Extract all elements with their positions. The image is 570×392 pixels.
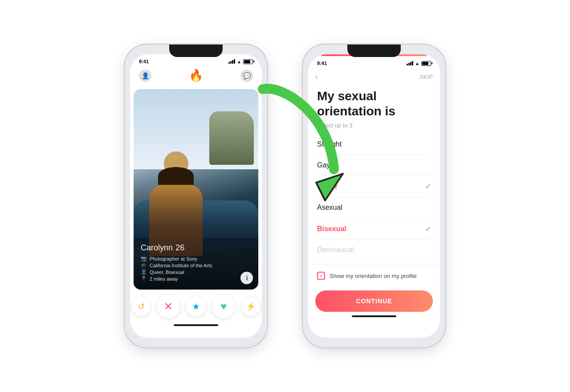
card-job: 📷 Photographer at Sony [141,256,251,261]
card-distance: 📍 2 miles away [141,276,251,282]
right-phone: 9:41 ▲ ‹ SKI [303,45,445,347]
like-button[interactable]: ♥ [212,295,235,318]
skip-button[interactable]: SKIP [419,74,433,80]
status-time-left: 9:41 [139,59,149,64]
select-hint: Select up to 3 [308,120,440,134]
orientation-list: Straight Gay Queer ✓ Asexual Bisexual ✓ [308,134,440,261]
show-profile-row[interactable]: ✓ Show my orientation on my profile [308,264,440,287]
continue-button[interactable]: CONTINUE [315,290,433,312]
right-phone-screen: 9:41 ▲ ‹ SKI [308,54,440,338]
superlike-button[interactable]: ★ [186,297,206,316]
wifi-icon-right: ▲ [415,61,419,66]
option-gay: Gay [317,161,330,169]
continue-label: CONTINUE [356,298,392,305]
battery-icon [243,59,253,64]
rewind-button[interactable]: ↺ [132,297,151,316]
orientation-header: ‹ SKIP [308,69,440,85]
option-demisexual: Demisexual [317,246,354,254]
option-bisexual: Bisexual [317,225,346,233]
option-queer: Queer [317,183,338,191]
list-item[interactable]: Gay [317,155,431,176]
option-straight: Straight [317,140,342,148]
profile-icon[interactable]: 👤 [139,69,151,82]
signal-icon [228,59,235,64]
tinder-header: 👤 🔥 💬 [130,67,262,86]
list-item[interactable]: Bisexual ✓ [317,218,431,240]
card-info-button[interactable]: ℹ [240,272,253,284]
card-school: 🎓 California Institute of the Arts [141,262,251,268]
profile-card[interactable]: Carolynn 26 📷 Photographer at Sony 🎓 Cal… [134,89,258,290]
home-indicator-left [174,324,218,326]
boost-button[interactable]: ⚡ [241,297,260,316]
wifi-icon: ▲ [237,59,241,64]
home-indicator-right [352,315,396,317]
left-phone: 9:41 ▲ 👤 [125,45,267,347]
list-item[interactable]: Queer ✓ [317,176,431,197]
list-item[interactable]: Asexual [317,197,431,218]
left-phone-screen: 9:41 ▲ 👤 [130,54,262,338]
checkbox-check-icon: ✓ [319,273,323,279]
orientation-title: My sexual orientation is [308,85,440,120]
status-icons-right: ▲ [407,61,431,66]
card-overlay: Carolynn 26 📷 Photographer at Sony 🎓 Cal… [134,169,258,290]
check-bisexual-icon: ✓ [425,225,431,233]
card-orientation: 👤 Queer, Bisexual [141,269,251,275]
dislike-button[interactable]: ✕ [157,295,180,318]
option-asexual: Asexual [317,204,342,212]
check-queer-icon: ✓ [425,182,431,191]
tinder-logo: 🔥 [189,69,203,82]
status-time-right: 9:41 [317,61,327,66]
phone-notch-left [169,45,223,57]
card-name: Carolynn 26 [141,241,251,253]
back-button[interactable]: ‹ [315,72,318,82]
list-item[interactable]: Demisexual [317,240,431,261]
list-item[interactable]: Straight [317,134,431,155]
status-icons-left: ▲ [228,59,253,64]
phone-notch-right [347,45,401,57]
show-profile-checkbox[interactable]: ✓ [317,272,325,280]
action-buttons: ↺ ✕ ★ ♥ ⚡ [130,290,262,322]
card-progress [130,86,262,89]
signal-icon-right [407,61,413,65]
status-bar-right: 9:41 ▲ [308,56,440,69]
messages-icon[interactable]: 💬 [240,69,253,82]
battery-icon-right [421,61,431,66]
show-profile-label: Show my orientation on my profile [330,273,417,279]
